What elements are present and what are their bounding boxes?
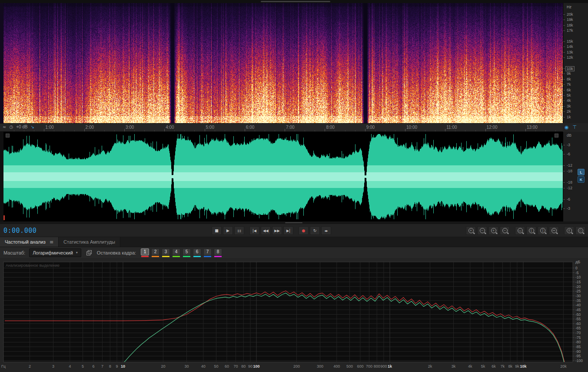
frequency-scale: Hz 20k19k18k17k15k14k13k12k10k9k8k7k6k5k… bbox=[563, 3, 588, 123]
svg-text:-80: -80 bbox=[575, 340, 581, 344]
hold-button-6[interactable]: 6 bbox=[193, 248, 201, 257]
ruler-tick bbox=[164, 129, 165, 131]
loop-playback-button[interactable]: ↻ bbox=[310, 226, 320, 235]
spectrogram-display[interactable] bbox=[3, 3, 563, 123]
svg-text:-35: -35 bbox=[575, 298, 581, 303]
skip-to-end-button[interactable]: ▶| bbox=[283, 226, 293, 235]
ruler-minor-tick bbox=[34, 130, 34, 131]
clock-icon[interactable]: ◷ bbox=[9, 124, 13, 129]
ruler-toolbar: ≈ ◷ +0 dB ↘ bbox=[3, 124, 34, 129]
zoom-in-at-out-point-button[interactable]: ] bbox=[538, 226, 548, 235]
hold-button-number: 1 bbox=[141, 248, 149, 255]
fast-forward-button[interactable]: ▶▶ bbox=[272, 226, 282, 235]
magnifier-icon: − bbox=[502, 228, 508, 233]
waveform-widget-left[interactable] bbox=[6, 134, 10, 137]
zoom-out-time-button[interactable]: − bbox=[477, 226, 487, 235]
copy-graph-button[interactable] bbox=[85, 249, 93, 257]
svg-text:4k: 4k bbox=[468, 364, 472, 369]
frequency-tick-mark bbox=[563, 101, 565, 101]
svg-text:90: 90 bbox=[248, 364, 252, 369]
svg-text:70: 70 bbox=[233, 364, 238, 369]
tab-amplitude-statistics[interactable]: Статистика Амплитуды bbox=[59, 237, 120, 247]
svg-text:-95: -95 bbox=[575, 354, 581, 358]
meter-icon[interactable]: ⊤ bbox=[573, 124, 577, 131]
hold-button-number: 7 bbox=[203, 248, 212, 255]
ruler-minute-label: 3:00 bbox=[126, 125, 134, 130]
play-button[interactable]: ▶ bbox=[223, 226, 233, 235]
hold-button-8[interactable]: 8 bbox=[214, 248, 222, 257]
hold-button-number: 8 bbox=[214, 248, 222, 255]
spectral-zoom-bar[interactable] bbox=[0, 0, 588, 3]
pause-button[interactable]: ▮▮ bbox=[234, 226, 244, 235]
svg-text:Анализированное выделение: Анализированное выделение bbox=[6, 263, 60, 268]
ruler-minor-tick bbox=[555, 130, 556, 131]
frame-hold-buttons: 12345678 bbox=[141, 248, 222, 257]
zoom-in-time-button[interactable]: + bbox=[466, 226, 476, 235]
skip-to-start-button[interactable]: |◀ bbox=[249, 226, 259, 235]
shuttle-button[interactable]: ◂▸ bbox=[321, 226, 331, 235]
zoom-vertical-button[interactable]: ↕ bbox=[564, 226, 574, 235]
ruler-minor-tick bbox=[194, 130, 195, 131]
ruler-minor-tick bbox=[435, 130, 435, 131]
db-tick-label: -12 bbox=[567, 163, 572, 168]
ruler-minor-tick bbox=[395, 130, 395, 131]
ruler-minor-tick bbox=[184, 130, 185, 131]
hold-button-number: 4 bbox=[172, 248, 180, 255]
transport-buttons: ■▶▮▮|◀◀◀▶▶▶|●↻◂▸ bbox=[212, 226, 331, 235]
playhead-time[interactable]: 0:00.000 bbox=[3, 227, 37, 235]
panel-menu-icon[interactable]: ≡ bbox=[50, 239, 53, 245]
ruler-minor-tick bbox=[24, 130, 24, 131]
hold-button-4[interactable]: 4 bbox=[172, 248, 180, 257]
stop-button[interactable]: ■ bbox=[212, 226, 222, 235]
snap-icon[interactable]: ↘ bbox=[31, 124, 34, 129]
hold-button-1[interactable]: 1 bbox=[141, 248, 149, 257]
frequency-tick-label: 15k bbox=[567, 39, 573, 44]
ruler-tick bbox=[124, 129, 125, 131]
frequency-tick-mark bbox=[563, 57, 565, 58]
zoom-reset-button[interactable]: ○ bbox=[575, 226, 585, 235]
zoom-in-amplitude-button[interactable]: + bbox=[488, 226, 498, 235]
waveform-display[interactable] bbox=[3, 132, 563, 221]
record-button[interactable]: ● bbox=[299, 226, 309, 235]
ruler-minor-tick bbox=[355, 130, 355, 131]
hold-button-7[interactable]: 7 bbox=[203, 248, 212, 257]
ruler-tick bbox=[84, 129, 85, 131]
zoom-to-selection-button[interactable]: ▭ bbox=[515, 226, 525, 235]
rewind-button[interactable]: ◀◀ bbox=[261, 226, 271, 235]
envelope-icon[interactable]: ≈ bbox=[3, 124, 6, 129]
hold-color-bar bbox=[214, 256, 222, 257]
channel-l-button[interactable]: L bbox=[578, 169, 585, 175]
hold-button-number: 2 bbox=[151, 248, 159, 255]
channel-k-button[interactable]: K bbox=[578, 176, 585, 183]
timeline-ruler[interactable]: 1:002:003:004:005:006:007:008:009:0010:0… bbox=[0, 123, 563, 132]
hold-button-5[interactable]: 5 bbox=[183, 248, 191, 257]
ruler-minor-tick bbox=[235, 130, 235, 131]
zoom-out-amplitude-button[interactable]: − bbox=[500, 226, 510, 235]
playhead-marker[interactable] bbox=[3, 215, 5, 220]
scale-dropdown[interactable]: Логарифмический ▾ bbox=[29, 248, 81, 257]
frequency-tick-label: 1k bbox=[567, 115, 571, 119]
hold-button-3[interactable]: 3 bbox=[162, 248, 170, 257]
db-tick-label: -18 bbox=[567, 180, 572, 184]
magnifier-icon: ↔ bbox=[551, 228, 557, 233]
frequency-tick-label: 17k bbox=[567, 28, 573, 33]
frequency-tick-mark bbox=[563, 84, 565, 85]
frequency-chart: дБ0-5-10-15-20-25-30-35-40-45-50-55-60-6… bbox=[0, 258, 588, 372]
db-tick-mark bbox=[563, 188, 565, 188]
zoom-in-at-in-point-button[interactable]: [ bbox=[526, 226, 536, 235]
monitor-icon[interactable]: ◉ bbox=[565, 124, 569, 131]
hold-button-2[interactable]: 2 bbox=[151, 248, 159, 257]
frequency-tick-label: 3k bbox=[567, 104, 571, 108]
gain-readout[interactable]: +0 dB bbox=[16, 124, 27, 129]
db-tick-mark bbox=[563, 154, 565, 154]
zoom-out-full-button[interactable]: ↔ bbox=[549, 226, 559, 235]
magnifier-icon: ○ bbox=[578, 228, 583, 233]
waveform-widget-right[interactable] bbox=[555, 134, 558, 137]
splitter-handle[interactable] bbox=[285, 222, 302, 223]
ruler-minute-label: 1:00 bbox=[45, 125, 53, 130]
zoom-bar-handle[interactable] bbox=[261, 1, 330, 2]
hold-button-number: 6 bbox=[193, 248, 201, 255]
frequency-tick-mark bbox=[563, 30, 565, 31]
svg-text:-100: -100 bbox=[575, 359, 583, 363]
tab-frequency-analysis[interactable]: Частотный анализ ≡ bbox=[0, 237, 59, 247]
